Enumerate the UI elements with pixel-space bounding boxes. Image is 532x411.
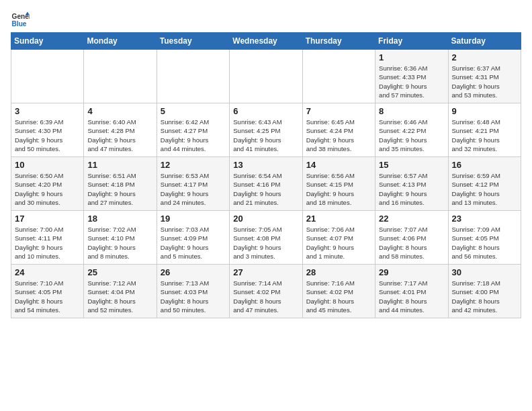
logo: General Blue [11, 11, 30, 30]
day-info: Sunrise: 6:42 AM Sunset: 4:27 PM Dayligh… [161, 118, 226, 153]
day-info: Sunrise: 6:39 AM Sunset: 4:30 PM Dayligh… [15, 118, 80, 153]
day-number: 4 [87, 106, 152, 116]
day-number: 18 [87, 214, 152, 224]
calendar-cell: 11Sunrise: 6:51 AM Sunset: 4:18 PM Dayli… [84, 157, 157, 211]
day-info: Sunrise: 6:40 AM Sunset: 4:28 PM Dayligh… [87, 118, 152, 153]
day-info: Sunrise: 7:02 AM Sunset: 4:10 PM Dayligh… [87, 225, 152, 261]
day-number: 17 [15, 214, 80, 224]
week-row-5: 24Sunrise: 7:10 AM Sunset: 4:05 PM Dayli… [11, 265, 521, 318]
day-number: 22 [379, 214, 444, 224]
calendar-cell [302, 50, 375, 103]
day-number: 2 [452, 52, 517, 62]
calendar-cell: 6Sunrise: 6:43 AM Sunset: 4:25 PM Daylig… [230, 103, 302, 157]
day-info: Sunrise: 7:16 AM Sunset: 4:02 PM Dayligh… [306, 279, 371, 314]
day-number: 24 [15, 267, 80, 277]
day-number: 6 [233, 106, 298, 116]
week-row-2: 3Sunrise: 6:39 AM Sunset: 4:30 PM Daylig… [11, 103, 521, 157]
day-number: 15 [379, 160, 444, 170]
calendar-cell: 23Sunrise: 7:09 AM Sunset: 4:05 PM Dayli… [448, 211, 521, 265]
calendar-cell: 28Sunrise: 7:16 AM Sunset: 4:02 PM Dayli… [302, 265, 375, 318]
calendar-cell: 22Sunrise: 7:07 AM Sunset: 4:06 PM Dayli… [375, 211, 448, 265]
day-number: 3 [15, 106, 80, 116]
day-info: Sunrise: 6:54 AM Sunset: 4:16 PM Dayligh… [233, 171, 298, 207]
day-header-monday: Monday [84, 33, 157, 50]
day-header-thursday: Thursday [302, 33, 375, 50]
calendar-cell: 26Sunrise: 7:13 AM Sunset: 4:03 PM Dayli… [157, 265, 229, 318]
calendar-cell: 21Sunrise: 7:06 AM Sunset: 4:07 PM Dayli… [302, 211, 375, 265]
day-info: Sunrise: 7:18 AM Sunset: 4:00 PM Dayligh… [452, 279, 517, 314]
day-number: 19 [161, 214, 226, 224]
day-info: Sunrise: 7:00 AM Sunset: 4:11 PM Dayligh… [15, 225, 80, 261]
calendar-cell [157, 50, 229, 103]
day-info: Sunrise: 6:50 AM Sunset: 4:20 PM Dayligh… [15, 171, 80, 207]
calendar-cell: 1Sunrise: 6:36 AM Sunset: 4:33 PM Daylig… [375, 50, 448, 103]
day-info: Sunrise: 7:12 AM Sunset: 4:04 PM Dayligh… [87, 279, 152, 314]
calendar-cell: 18Sunrise: 7:02 AM Sunset: 4:10 PM Dayli… [84, 211, 157, 265]
calendar-cell: 16Sunrise: 6:59 AM Sunset: 4:12 PM Dayli… [448, 157, 521, 211]
day-info: Sunrise: 7:09 AM Sunset: 4:05 PM Dayligh… [452, 225, 517, 261]
day-header-wednesday: Wednesday [230, 33, 302, 50]
calendar-cell [84, 50, 157, 103]
day-info: Sunrise: 6:59 AM Sunset: 4:12 PM Dayligh… [452, 171, 517, 207]
day-info: Sunrise: 7:06 AM Sunset: 4:07 PM Dayligh… [306, 225, 371, 261]
calendar-cell: 4Sunrise: 6:40 AM Sunset: 4:28 PM Daylig… [84, 103, 157, 157]
day-info: Sunrise: 6:45 AM Sunset: 4:24 PM Dayligh… [306, 118, 371, 153]
calendar-cell [11, 50, 84, 103]
calendar-cell: 20Sunrise: 7:05 AM Sunset: 4:08 PM Dayli… [230, 211, 302, 265]
day-number: 10 [15, 160, 80, 170]
day-number: 25 [87, 267, 152, 277]
day-info: Sunrise: 7:13 AM Sunset: 4:03 PM Dayligh… [161, 279, 226, 314]
calendar-cell: 24Sunrise: 7:10 AM Sunset: 4:05 PM Dayli… [11, 265, 84, 318]
calendar-cell: 14Sunrise: 6:56 AM Sunset: 4:15 PM Dayli… [302, 157, 375, 211]
day-number: 27 [233, 267, 298, 277]
calendar-cell: 5Sunrise: 6:42 AM Sunset: 4:27 PM Daylig… [157, 103, 229, 157]
calendar-cell: 30Sunrise: 7:18 AM Sunset: 4:00 PM Dayli… [448, 265, 521, 318]
day-number: 13 [233, 160, 298, 170]
day-number: 9 [452, 106, 517, 116]
week-row-3: 10Sunrise: 6:50 AM Sunset: 4:20 PM Dayli… [11, 157, 521, 211]
day-number: 5 [161, 106, 226, 116]
day-info: Sunrise: 6:37 AM Sunset: 4:31 PM Dayligh… [452, 64, 517, 99]
calendar-cell: 2Sunrise: 6:37 AM Sunset: 4:31 PM Daylig… [448, 50, 521, 103]
calendar-cell: 7Sunrise: 6:45 AM Sunset: 4:24 PM Daylig… [302, 103, 375, 157]
calendar-cell: 17Sunrise: 7:00 AM Sunset: 4:11 PM Dayli… [11, 211, 84, 265]
day-info: Sunrise: 6:36 AM Sunset: 4:33 PM Dayligh… [379, 64, 444, 99]
calendar-cell: 15Sunrise: 6:57 AM Sunset: 4:13 PM Dayli… [375, 157, 448, 211]
day-number: 29 [379, 267, 444, 277]
day-number: 8 [379, 106, 444, 116]
header: General Blue [11, 11, 521, 30]
calendar-cell: 3Sunrise: 6:39 AM Sunset: 4:30 PM Daylig… [11, 103, 84, 157]
calendar-cell: 25Sunrise: 7:12 AM Sunset: 4:04 PM Dayli… [84, 265, 157, 318]
day-info: Sunrise: 6:53 AM Sunset: 4:17 PM Dayligh… [161, 171, 226, 207]
day-info: Sunrise: 6:57 AM Sunset: 4:13 PM Dayligh… [379, 171, 444, 207]
day-header-saturday: Saturday [448, 33, 521, 50]
day-number: 7 [306, 106, 371, 116]
day-number: 1 [379, 52, 444, 62]
logo-icon: General Blue [11, 11, 30, 30]
day-info: Sunrise: 6:48 AM Sunset: 4:21 PM Dayligh… [452, 118, 517, 153]
day-info: Sunrise: 7:05 AM Sunset: 4:08 PM Dayligh… [233, 225, 298, 261]
calendar-cell: 9Sunrise: 6:48 AM Sunset: 4:21 PM Daylig… [448, 103, 521, 157]
day-number: 30 [452, 267, 517, 277]
day-info: Sunrise: 7:17 AM Sunset: 4:01 PM Dayligh… [379, 279, 444, 314]
day-info: Sunrise: 6:46 AM Sunset: 4:22 PM Dayligh… [379, 118, 444, 153]
calendar-cell: 10Sunrise: 6:50 AM Sunset: 4:20 PM Dayli… [11, 157, 84, 211]
calendar-cell: 27Sunrise: 7:14 AM Sunset: 4:02 PM Dayli… [230, 265, 302, 318]
day-number: 26 [161, 267, 226, 277]
week-row-1: 1Sunrise: 6:36 AM Sunset: 4:33 PM Daylig… [11, 50, 521, 103]
day-number: 12 [161, 160, 226, 170]
day-number: 28 [306, 267, 371, 277]
day-number: 14 [306, 160, 371, 170]
day-info: Sunrise: 7:10 AM Sunset: 4:05 PM Dayligh… [15, 279, 80, 314]
week-row-4: 17Sunrise: 7:00 AM Sunset: 4:11 PM Dayli… [11, 211, 521, 265]
day-header-sunday: Sunday [11, 33, 84, 50]
page-container: General Blue SundayMondayTuesdayWednesda… [0, 0, 532, 324]
calendar-cell: 12Sunrise: 6:53 AM Sunset: 4:17 PM Dayli… [157, 157, 229, 211]
day-number: 20 [233, 214, 298, 224]
day-number: 21 [306, 214, 371, 224]
day-info: Sunrise: 7:07 AM Sunset: 4:06 PM Dayligh… [379, 225, 444, 261]
day-header-tuesday: Tuesday [157, 33, 229, 50]
day-info: Sunrise: 7:03 AM Sunset: 4:09 PM Dayligh… [161, 225, 226, 261]
svg-text:Blue: Blue [12, 20, 27, 28]
day-number: 23 [452, 214, 517, 224]
